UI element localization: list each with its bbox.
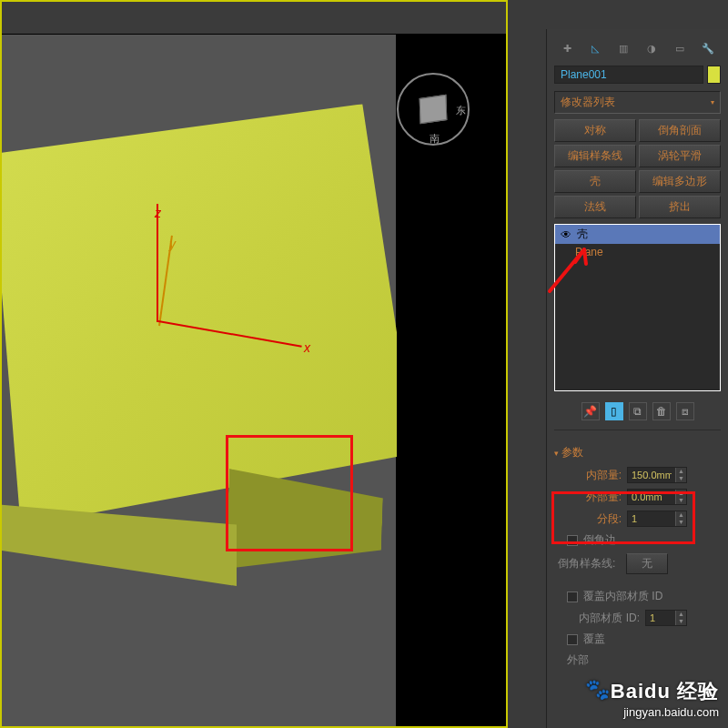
configure-sets-icon[interactable]: ⧈ <box>676 402 694 420</box>
spinner-down-icon[interactable]: ▼ <box>675 618 686 625</box>
override-inner-mat-checkbox[interactable] <box>567 592 578 602</box>
override-outer-label: 覆盖 <box>583 632 605 647</box>
command-panel: ✚ ◺ ▥ ◑ ▭ 🔧 修改器列表 对称 倒角剖面 编辑样条线 涡轮平滑 壳 编… <box>546 29 728 728</box>
highlight-params-box <box>551 491 695 544</box>
spinner-up-icon[interactable]: ▲ <box>675 468 686 475</box>
gizmo-label-z: z <box>155 206 161 220</box>
show-end-result-icon[interactable]: ▯ <box>605 402 623 420</box>
hierarchy-tab-icon[interactable]: ▥ <box>614 40 632 56</box>
extrude-button[interactable]: 挤出 <box>639 196 721 218</box>
bevel-spline-none-button[interactable]: 无 <box>626 553 668 574</box>
paw-icon: 🐾 <box>585 678 611 702</box>
panel-tab-row: ✚ ◺ ▥ ◑ ▭ 🔧 <box>554 35 721 66</box>
gizmo-axis-z[interactable] <box>157 204 158 322</box>
bevel-spline-row: 倒角样条线: 无 <box>554 551 721 577</box>
motion-tab-icon[interactable]: ◑ <box>642 40 661 56</box>
spinner-down-icon[interactable]: ▼ <box>675 475 686 482</box>
watermark-url: jingyan.baidu.com <box>585 705 719 719</box>
viewcube-east-label[interactable]: 东 <box>456 104 466 117</box>
viewcube-south-label[interactable]: 南 <box>430 132 440 146</box>
watermark: 🐾Baidu 经验 jingyan.baidu.com <box>585 678 719 719</box>
viewcube-cube[interactable] <box>420 95 448 124</box>
viewport-top-strip <box>2 2 506 35</box>
override-outer-row: 覆盖 <box>554 629 721 650</box>
edit-poly-button[interactable]: 编辑多边形 <box>639 170 721 193</box>
turbosmooth-button[interactable]: 涡轮平滑 <box>639 145 721 167</box>
symmetry-button[interactable]: 对称 <box>554 119 636 142</box>
modify-tab-icon[interactable]: ◺ <box>586 40 604 56</box>
normal-button[interactable]: 法线 <box>554 196 636 218</box>
viewport-scene[interactable]: z y x <box>2 35 397 726</box>
model-slab-side-front[interactable] <box>0 504 237 586</box>
pin-icon[interactable]: 📌 <box>581 402 600 420</box>
override-inner-mat-row: 覆盖内部材质 ID <box>554 586 721 607</box>
viewport-3d[interactable]: z y x 东 南 <box>0 0 508 728</box>
stack-item-shell-label: 壳 <box>577 227 588 242</box>
shell-button[interactable]: 壳 <box>554 170 636 193</box>
inner-amount-label: 内部量: <box>576 468 622 483</box>
modifier-list-dropdown[interactable]: 修改器列表 <box>554 91 721 114</box>
chamfer-profile-button[interactable]: 倒角剖面 <box>639 119 721 142</box>
viewcube[interactable]: 东 南 <box>397 73 470 146</box>
eye-icon[interactable]: 👁 <box>561 228 571 241</box>
watermark-brand: 🐾Baidu 经验 <box>585 678 719 705</box>
modifier-list-label: 修改器列表 <box>561 95 615 110</box>
model-slab-top[interactable] <box>0 103 428 549</box>
object-name-input[interactable] <box>554 66 703 84</box>
inner-mat-id-input[interactable] <box>646 612 675 623</box>
inner-mat-id-spinner[interactable]: ▲▼ <box>645 610 687 626</box>
highlight-arrow <box>539 244 593 298</box>
inner-mat-id-label: 内部材质 ID: <box>567 611 640 626</box>
remove-modifier-icon[interactable]: 🗑 <box>652 402 671 420</box>
bevel-spline-label: 倒角样条线: <box>558 556 615 571</box>
stack-item-shell[interactable]: 👁 壳 <box>555 225 720 244</box>
override-inner-mat-label: 覆盖内部材质 ID <box>583 589 662 604</box>
inner-amount-spinner[interactable]: ▲▼ <box>627 467 687 483</box>
utilities-tab-icon[interactable]: 🔧 <box>699 40 717 56</box>
spinner-up-icon[interactable]: ▲ <box>675 611 686 618</box>
modifier-quick-buttons: 对称 倒角剖面 编辑样条线 涡轮平滑 壳 编辑多边形 法线 挤出 <box>554 119 721 218</box>
override-outer-checkbox[interactable] <box>567 634 578 645</box>
stack-toolbar: 📌 ▯ ⧉ 🗑 ⧈ <box>554 397 721 430</box>
gizmo-label-x: x <box>304 340 310 355</box>
object-color-swatch[interactable] <box>707 66 721 84</box>
make-unique-icon[interactable]: ⧉ <box>629 402 647 420</box>
display-tab-icon[interactable]: ▭ <box>671 40 689 56</box>
params-section-header[interactable]: 参数 <box>554 441 721 464</box>
inner-amount-row: 内部量: ▲▼ <box>554 464 721 486</box>
create-tab-icon[interactable]: ✚ <box>558 40 576 56</box>
gizmo-label-y: y <box>169 237 176 251</box>
inner-amount-input[interactable] <box>628 470 675 480</box>
inner-mat-id-row: 内部材质 ID: ▲▼ <box>554 607 721 629</box>
object-name-row <box>554 66 721 84</box>
highlight-corner-box <box>226 435 353 551</box>
outer-mat-row: 外部 <box>554 650 721 671</box>
edit-spline-button[interactable]: 编辑样条线 <box>554 145 636 167</box>
outer-mat-label: 外部 <box>567 652 589 668</box>
